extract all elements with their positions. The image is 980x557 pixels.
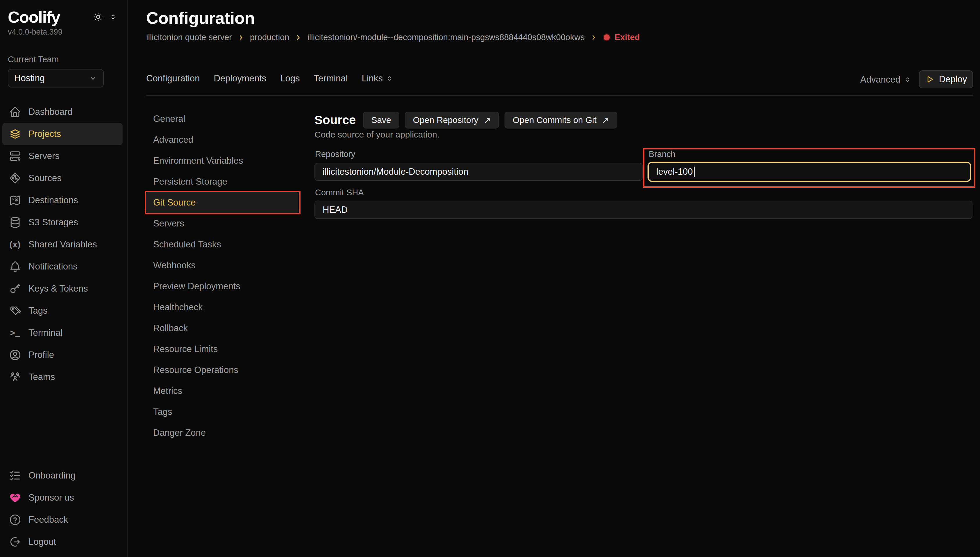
map-icon: [9, 194, 21, 207]
subnav-item-rollback[interactable]: Rollback: [146, 318, 303, 339]
sidebar-item-dashboard[interactable]: Dashboard: [2, 101, 123, 123]
repository-label: Repository: [315, 150, 356, 159]
tab-links[interactable]: Links: [362, 73, 393, 84]
sidebar-item-s3-storages[interactable]: S3 Storages: [2, 211, 123, 233]
chevron-right-icon: [294, 34, 302, 41]
bell-icon: [9, 260, 21, 273]
tab-bar: Configuration Deployments Logs Terminal …: [146, 73, 393, 84]
home-icon: [9, 106, 21, 118]
sidebar-item-logout[interactable]: Logout: [2, 531, 123, 553]
subnav-item-advanced[interactable]: Advanced: [146, 129, 303, 150]
help-circle-icon: [9, 513, 21, 526]
app-logo[interactable]: Coolify: [8, 8, 60, 26]
chevron-right-icon: [590, 34, 598, 41]
subnav-item-resource-operations[interactable]: Resource Operations: [146, 360, 303, 381]
terminal-icon: >_: [9, 326, 21, 339]
subnav-item-scheduled-tasks[interactable]: Scheduled Tasks: [146, 234, 303, 255]
tab-deployments[interactable]: Deployments: [214, 73, 266, 84]
sidebar-item-terminal[interactable]: >_ Terminal: [2, 322, 123, 344]
key-icon: [9, 282, 21, 295]
sidebar-item-feedback[interactable]: Feedback: [2, 509, 123, 531]
sidebar-item-destinations[interactable]: Destinations: [2, 189, 123, 211]
theme-sun-icon[interactable]: [93, 11, 104, 23]
subnav-item-persistent-storage[interactable]: Persistent Storage: [146, 171, 303, 192]
layers-icon: [9, 128, 21, 140]
page-title: Configuration: [146, 8, 255, 28]
sidebar-item-label: Profile: [28, 350, 54, 360]
current-team-label: Current Team: [8, 55, 119, 64]
variable-icon: (x): [9, 238, 21, 251]
sidebar-bottom-nav: Onboarding Sponsor us Feedback Logout: [0, 464, 127, 553]
save-button[interactable]: Save: [363, 112, 399, 129]
tab-configuration[interactable]: Configuration: [146, 73, 200, 84]
coolify-app: Coolify v4.0.0-beta.399 Current Team Hos…: [0, 0, 980, 557]
sidebar-item-keys-tokens[interactable]: Keys & Tokens: [2, 278, 123, 300]
subnav-item-danger-zone[interactable]: Danger Zone: [146, 422, 303, 443]
source-heading: Source: [314, 113, 356, 127]
breadcrumb-project-link[interactable]: illicitonion quote server: [146, 33, 232, 42]
sidebar-item-label: Projects: [28, 129, 61, 139]
checklist-icon: [9, 469, 21, 482]
subnav-item-general[interactable]: General: [146, 108, 303, 129]
config-subnav: General Advanced Environment Variables P…: [146, 108, 303, 443]
subnav-item-webhooks[interactable]: Webhooks: [146, 255, 303, 276]
sidebar: Coolify v4.0.0-beta.399 Current Team Hos…: [0, 0, 128, 557]
sidebar-item-tags[interactable]: Tags: [2, 300, 123, 322]
repository-input[interactable]: illicitestonion/Module-Decomposition: [314, 163, 643, 181]
sidebar-item-onboarding[interactable]: Onboarding: [2, 464, 123, 487]
team-select-value: Hosting: [14, 73, 45, 83]
heart-icon: [9, 491, 21, 504]
app-version: v4.0.0-beta.399: [8, 28, 119, 37]
sidebar-item-label: Shared Variables: [28, 239, 97, 250]
collapse-sidebar-icon[interactable]: [109, 13, 117, 21]
server-icon: [9, 150, 21, 163]
users-icon: [9, 371, 21, 383]
sidebar-item-sponsor-us[interactable]: Sponsor us: [2, 487, 123, 509]
logout-icon: [9, 536, 21, 548]
unfold-icon: [386, 75, 393, 82]
divider: [146, 95, 973, 96]
sidebar-item-label: Destinations: [28, 195, 78, 205]
sidebar-item-notifications[interactable]: Notifications: [2, 256, 123, 278]
status-badge: Exited: [603, 33, 640, 42]
subnav-item-metrics[interactable]: Metrics: [146, 381, 303, 401]
sidebar-item-teams[interactable]: Teams: [2, 366, 123, 388]
sidebar-item-shared-variables[interactable]: (x) Shared Variables: [2, 233, 123, 256]
sidebar-item-label: Tags: [28, 306, 47, 316]
tab-logs[interactable]: Logs: [280, 73, 300, 84]
sidebar-item-label: Onboarding: [28, 471, 76, 481]
sidebar-item-label: Teams: [28, 372, 55, 382]
team-select[interactable]: Hosting: [8, 69, 104, 88]
breadcrumb-resource-link[interactable]: illicitestonion/-module--decomposition:m…: [307, 33, 585, 42]
sidebar-item-servers[interactable]: Servers: [2, 145, 123, 167]
database-icon: [9, 216, 21, 229]
tab-terminal[interactable]: Terminal: [314, 73, 348, 84]
sidebar-item-label: Keys & Tokens: [28, 283, 88, 294]
open-commits-button[interactable]: Open Commits on Git ↗: [505, 112, 617, 129]
subnav-item-git-source[interactable]: Git Source: [146, 192, 298, 213]
subnav-item-tags[interactable]: Tags: [146, 401, 303, 422]
subnav-item-servers[interactable]: Servers: [146, 213, 303, 234]
open-repository-button[interactable]: Open Repository ↗: [405, 112, 499, 129]
git-diamond-icon: [9, 172, 21, 185]
sidebar-item-label: Sponsor us: [28, 492, 74, 503]
sidebar-item-label: Notifications: [28, 261, 78, 272]
deploy-button[interactable]: Deploy: [919, 70, 973, 88]
external-link-icon: ↗: [601, 115, 609, 125]
subnav-item-healthcheck[interactable]: Healthcheck: [146, 297, 303, 318]
sidebar-item-projects[interactable]: Projects: [2, 123, 123, 145]
text-cursor: [694, 166, 695, 177]
commit-sha-input[interactable]: HEAD: [314, 200, 972, 219]
subnav-item-resource-limits[interactable]: Resource Limits: [146, 339, 303, 360]
branch-input[interactable]: level-100: [647, 162, 971, 182]
sidebar-item-sources[interactable]: Sources: [2, 167, 123, 189]
subnav-item-preview-deployments[interactable]: Preview Deployments: [146, 276, 303, 297]
sidebar-item-profile[interactable]: Profile: [2, 344, 123, 366]
advanced-dropdown[interactable]: Advanced: [860, 75, 912, 85]
unfold-icon: [904, 76, 912, 83]
branch-label: Branch: [649, 150, 675, 159]
subnav-item-environment-variables[interactable]: Environment Variables: [146, 150, 303, 171]
sidebar-item-label: Sources: [28, 173, 62, 184]
breadcrumb: illicitonion quote server production ill…: [146, 33, 640, 42]
breadcrumb-environment-link[interactable]: production: [250, 33, 289, 42]
